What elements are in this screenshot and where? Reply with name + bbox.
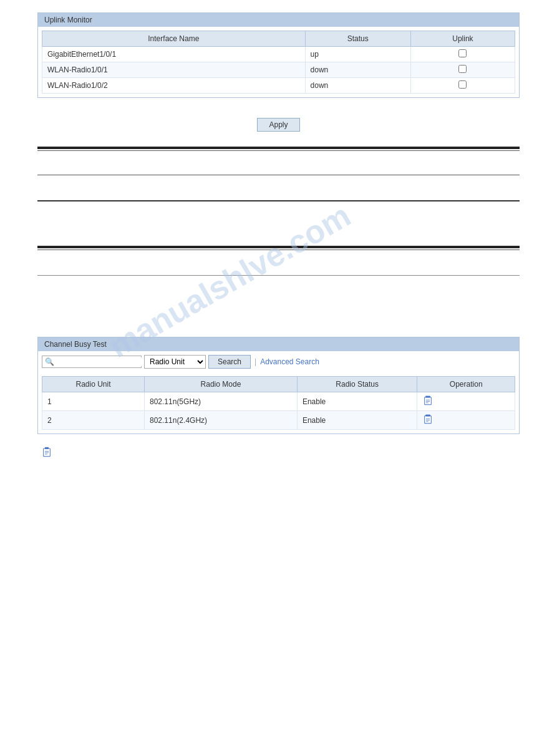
radio-status-cell: Enable: [297, 392, 417, 411]
uplink-monitor-table: Interface Name Status Uplink GigabitEthe…: [42, 31, 515, 94]
search-magnifier-icon: 🔍: [45, 357, 54, 366]
interface-name-cell: WLAN-Radio1/0/1: [42, 62, 306, 78]
search-row: 🔍 Radio UnitRadio ModeRadio Status Searc…: [38, 351, 519, 372]
separator: |: [254, 357, 256, 366]
uplink-table-row: GigabitEthernet1/0/1 up: [42, 47, 515, 62]
uplink-checkbox-0[interactable]: [458, 49, 467, 57]
status-cell: down: [305, 62, 410, 78]
blank-2: [37, 179, 520, 198]
uplink-checkbox-2[interactable]: [458, 80, 467, 89]
channel-table-row: 1 802.11n(5GHz) Enable: [42, 392, 515, 411]
uplink-checkbox-cell[interactable]: [410, 47, 515, 62]
operation-cell[interactable]: [417, 411, 515, 430]
col-header-radio-mode: Radio Mode: [145, 377, 298, 392]
radio-unit-cell: 1: [42, 392, 145, 411]
col-header-uplink: Uplink: [410, 31, 515, 47]
col-header-status: Status: [305, 31, 410, 47]
apply-row: Apply: [37, 110, 520, 142]
legend-clipboard-icon: [41, 451, 52, 460]
blank-4: [37, 254, 520, 273]
operation-clipboard-icon-1[interactable]: [422, 418, 433, 427]
blank-3: [37, 203, 520, 241]
operation-clipboard-icon-0[interactable]: [422, 399, 433, 408]
uplink-monitor-header: Uplink Monitor: [38, 13, 519, 27]
interface-name-cell: GigabitEthernet1/0/1: [42, 47, 306, 62]
divider-1: [37, 147, 520, 149]
radio-unit-cell: 2: [42, 411, 145, 430]
advanced-search-link[interactable]: Advanced Search: [260, 357, 319, 366]
svg-rect-3: [426, 396, 431, 398]
uplink-checkbox-1[interactable]: [458, 65, 467, 73]
uplink-monitor-section: Uplink Monitor Interface Name Status Upl…: [37, 12, 520, 98]
blank-1: [37, 155, 520, 173]
col-header-radio-unit: Radio Unit: [42, 377, 145, 392]
col-header-interface: Interface Name: [42, 31, 306, 47]
divider-4: [37, 200, 520, 201]
search-input[interactable]: [56, 357, 143, 366]
col-header-operation: Operation: [417, 377, 515, 392]
svg-rect-9: [425, 417, 431, 424]
search-dropdown[interactable]: Radio UnitRadio ModeRadio Status: [144, 355, 206, 369]
divider-5: [37, 246, 520, 248]
svg-rect-2: [425, 398, 431, 405]
channel-busy-test-section: Channel Busy Test 🔍 Radio UnitRadio Mode…: [37, 337, 520, 434]
divider-2: [37, 150, 520, 151]
search-button[interactable]: Search: [208, 355, 251, 369]
channel-busy-table: Radio Unit Radio Mode Radio Status Opera…: [42, 376, 515, 430]
uplink-checkbox-cell[interactable]: [410, 62, 515, 78]
uplink-checkbox-cell[interactable]: [410, 78, 515, 94]
uplink-table-row: WLAN-Radio1/0/1 down: [42, 62, 515, 78]
svg-rect-10: [426, 415, 431, 417]
operation-cell[interactable]: [417, 392, 515, 411]
divider-3: [37, 175, 520, 175]
svg-rect-18: [45, 448, 49, 449]
radio-mode-cell: 802.11n(2.4GHz): [145, 411, 298, 430]
channel-table-row: 2 802.11n(2.4GHz) Enable: [42, 411, 515, 430]
channel-busy-test-header: Channel Busy Test: [38, 337, 519, 351]
uplink-table-row: WLAN-Radio1/0/2 down: [42, 78, 515, 94]
search-input-wrapper: 🔍: [42, 356, 142, 368]
status-cell: down: [305, 78, 410, 94]
divider-7: [37, 275, 520, 276]
radio-mode-cell: 802.11n(5GHz): [145, 392, 298, 411]
radio-status-cell: Enable: [297, 411, 417, 430]
apply-button[interactable]: Apply: [257, 118, 299, 132]
status-cell: up: [305, 47, 410, 62]
divider-6: [37, 250, 520, 250]
legend-icon-row: [37, 447, 520, 460]
blank-5: [37, 281, 520, 337]
col-header-radio-status: Radio Status: [297, 377, 417, 392]
interface-name-cell: WLAN-Radio1/0/2: [42, 78, 306, 94]
